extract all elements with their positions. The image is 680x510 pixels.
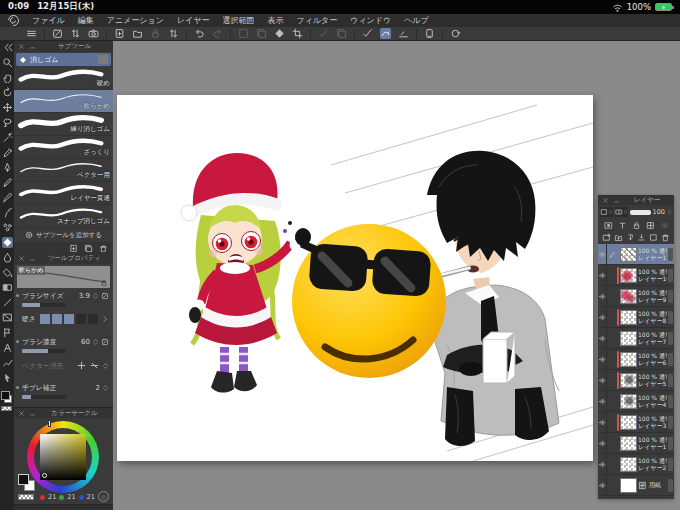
menu-view[interactable]: 表示	[267, 15, 283, 26]
color-swatches[interactable]	[0, 389, 14, 415]
brush-size-value[interactable]: 3.9	[79, 292, 90, 300]
brush-tool-icon[interactable]	[2, 192, 13, 203]
layer-row[interactable]: 100 % 通常レイヤー2	[598, 454, 674, 475]
menu-layer[interactable]: レイヤー	[177, 15, 210, 26]
stepper-icon[interactable]	[667, 207, 672, 217]
move-tool-icon[interactable]	[2, 102, 13, 113]
add-subtool-button[interactable]: サブツールを追加する	[14, 228, 113, 242]
open-file-icon[interactable]	[132, 28, 143, 39]
correct-line-tool-icon[interactable]	[2, 357, 13, 368]
stepper-icon[interactable]	[92, 337, 99, 347]
opacity-value[interactable]: 100	[653, 208, 665, 216]
layer-row[interactable]: 100 % 通常レイヤー9	[598, 286, 674, 307]
layer-thumbnail[interactable]	[620, 352, 637, 367]
close-icon[interactable]	[602, 197, 609, 204]
layer-visibility-icon[interactable]	[599, 440, 606, 447]
gradient-tool-icon[interactable]	[2, 282, 13, 293]
fill-bucket-tool-icon[interactable]	[2, 267, 13, 278]
layer-handle[interactable]	[668, 437, 673, 450]
subtool-group-eraser[interactable]: 消しゴム	[16, 53, 111, 66]
chevron-right-icon[interactable]	[101, 315, 109, 323]
subtool-item-rough[interactable]: ざっくり	[14, 136, 113, 159]
straight-pen-icon[interactable]	[398, 28, 409, 39]
register-work-icon[interactable]	[52, 28, 63, 39]
main-color-swatch[interactable]	[18, 474, 29, 485]
subtool-item-snap[interactable]: スナップ消しゴム	[14, 205, 113, 228]
layer-row[interactable]: 100 % 通常レイヤー1	[598, 433, 674, 454]
blend-mode-select[interactable]	[615, 207, 628, 217]
airbrush-tool-icon[interactable]	[2, 207, 13, 218]
figure-tool-icon[interactable]	[2, 297, 13, 308]
layer-row[interactable]: 100 % 通常レイヤー8	[598, 307, 674, 328]
zoom-tool-icon[interactable]	[2, 57, 13, 68]
layer-row[interactable]: 100 % 通常レイヤー11	[598, 244, 674, 265]
fill-icon[interactable]	[274, 28, 285, 39]
layer-visibility-icon[interactable]	[599, 482, 606, 489]
unit-icon[interactable]	[101, 338, 109, 346]
layer-handle[interactable]	[668, 311, 673, 324]
lock-layer-icon[interactable]	[632, 221, 641, 230]
color-settings-button[interactable]: ◎	[98, 491, 109, 502]
opacity-slider[interactable]	[630, 210, 651, 215]
minimize-icon[interactable]	[29, 43, 36, 50]
layer-visibility-icon[interactable]	[599, 461, 606, 468]
saturation-value-square[interactable]	[40, 434, 86, 480]
layer-handle[interactable]	[668, 416, 673, 429]
layer-handle[interactable]	[668, 458, 673, 471]
text-tool-icon[interactable]	[2, 342, 13, 353]
close-icon[interactable]	[18, 255, 25, 262]
collapse-icon[interactable]	[2, 42, 13, 53]
layer-handle[interactable]	[668, 479, 673, 492]
layer-visibility-icon[interactable]	[599, 272, 606, 279]
mask-icon[interactable]	[604, 221, 613, 230]
memo-icon[interactable]	[424, 28, 435, 39]
snap-ruler-icon[interactable]	[318, 28, 329, 39]
layer-handle[interactable]	[668, 353, 673, 366]
frame-border-tool-icon[interactable]	[2, 312, 13, 323]
layer-thumbnail[interactable]	[620, 394, 637, 409]
text-layer-icon[interactable]	[618, 221, 627, 230]
unit-icon[interactable]	[101, 292, 109, 300]
stabilization-value[interactable]: 2	[96, 384, 100, 392]
layer-handle[interactable]	[668, 374, 673, 387]
sv-selector[interactable]	[42, 473, 47, 478]
layer-thumbnail[interactable]	[620, 331, 637, 346]
layer-visibility-icon[interactable]	[599, 419, 606, 426]
undo-icon[interactable]	[194, 28, 205, 39]
pen-tool-icon[interactable]	[2, 162, 13, 173]
minimize-icon[interactable]	[29, 410, 36, 417]
layer-thumbnail[interactable]	[620, 457, 637, 472]
transfer-layer-icon[interactable]	[626, 233, 635, 242]
layer-thumbnail[interactable]	[620, 268, 637, 283]
layer-visibility-icon[interactable]	[599, 356, 606, 363]
layer-handle[interactable]	[668, 290, 673, 303]
layer-thumbnail[interactable]	[620, 289, 637, 304]
layer-visibility-icon[interactable]	[599, 377, 606, 384]
crop-icon[interactable]	[292, 28, 303, 39]
new-folder-icon[interactable]	[614, 233, 623, 242]
brush-size-row[interactable]: ブラシサイズ 3.9	[14, 290, 113, 313]
reset-view-icon[interactable]	[450, 28, 461, 39]
menu-help[interactable]: ヘルプ	[404, 15, 429, 26]
alpha-lock-icon[interactable]	[646, 221, 655, 230]
hand-tool-icon[interactable]	[2, 72, 13, 83]
minimize-icon[interactable]	[613, 197, 620, 204]
layer-visibility-icon[interactable]	[599, 251, 606, 258]
layer-row[interactable]: 100 % 通常レイヤー10	[598, 265, 674, 286]
layer-visibility-icon[interactable]	[599, 293, 606, 300]
layer-row[interactable]: 100 % 通常レイヤー5	[598, 370, 674, 391]
menu-animation[interactable]: アニメーション	[107, 15, 164, 26]
switch-order-icon[interactable]	[70, 28, 81, 39]
close-icon[interactable]	[18, 43, 25, 50]
decoration-tool-icon[interactable]	[2, 222, 13, 233]
layer-thumbnail[interactable]	[620, 310, 637, 325]
layer-thumbnail[interactable]	[620, 247, 637, 262]
menu-window[interactable]: ウィンドウ	[350, 15, 391, 26]
blend-tool-icon[interactable]	[2, 252, 13, 263]
foreground-color-swatch[interactable]	[1, 391, 10, 400]
menu-file[interactable]: ファイル	[32, 15, 65, 26]
merge-layer-icon[interactable]	[637, 233, 646, 242]
layer-thumbnail[interactable]	[620, 415, 637, 430]
operation-tool-icon[interactable]	[2, 372, 13, 383]
lasso-tool-icon[interactable]	[2, 117, 13, 128]
